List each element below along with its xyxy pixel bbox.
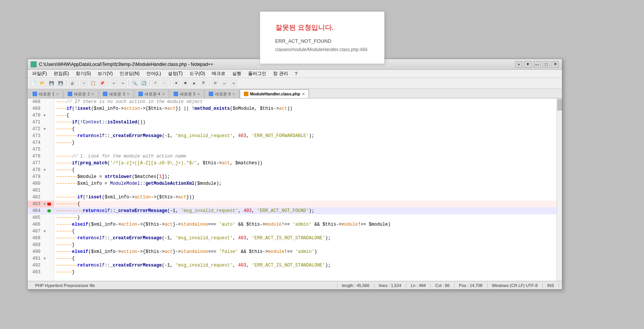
tab-modulehandler[interactable]: ModuleHandler.class.php ✕ [240, 89, 309, 98]
tab-modulehandler-icon [244, 92, 248, 96]
code-line-483: →→→→→→→→{ [54, 201, 557, 207]
code-line-487: →→→→→→{ [54, 228, 557, 235]
line-numbers: 468 469 470 ▼ 471 472 ▼ [28, 98, 54, 281]
editor-area: 468 469 470 ▼ 471 472 ▼ [28, 98, 562, 281]
tab-new3[interactable]: 새로운 3 ✕ [99, 89, 133, 98]
status-ln: Ln : 484 [406, 283, 431, 288]
code-content[interactable]: →→→→// If there is no such action in the… [54, 98, 557, 281]
tb-sep4 [129, 80, 129, 87]
tab-new3-icon [103, 92, 107, 96]
menu-file[interactable]: 파일(F) [29, 70, 50, 78]
code-line-476: →→→→→→// 1. Look for the module with act… [54, 153, 557, 160]
tb-find[interactable]: 🔍 [130, 79, 139, 87]
tab-new1-icon [33, 92, 37, 96]
code-line-491: →→→→→→{ [54, 255, 557, 262]
menu-plugins[interactable]: 플러그인 [245, 70, 269, 78]
status-pos: Pos : 14,708 [455, 283, 487, 288]
tb-open[interactable]: 📂 [38, 79, 47, 87]
tb-save[interactable]: 💾 [47, 79, 56, 87]
minimize-button[interactable]: — [533, 61, 541, 68]
close-button[interactable]: ✕ [551, 61, 559, 68]
status-bar: PHP Hypertext Preprocessor file length :… [28, 281, 562, 289]
tb-undo[interactable]: ↩ [110, 79, 118, 87]
error-location: classes/module/ModuleHandler.class.php:4… [275, 47, 369, 52]
menu-tools[interactable]: 도구(O) [186, 70, 208, 78]
tb-redo[interactable]: ↪ [119, 79, 127, 87]
code-line-473: →→→→→→→→return self::_createErrorMessage… [54, 133, 557, 139]
tab-new6-close[interactable]: ✕ [232, 92, 235, 96]
tab-new6-icon [209, 92, 213, 96]
tab-new5[interactable]: 새로운 5 ✕ [169, 89, 204, 98]
tb-sep1 [66, 80, 67, 87]
menu-run[interactable]: 실행 [229, 70, 244, 78]
code-line-485: →→→→→→→→} [54, 214, 557, 221]
tb-replace[interactable]: 🔄 [140, 79, 148, 87]
tb-cut[interactable]: ✂ [80, 79, 88, 87]
code-line-492: →→→→→→→→return self::_createErrorMessage… [54, 262, 557, 269]
menu-help[interactable]: ? [292, 70, 301, 77]
status-mode: INS [543, 283, 559, 288]
code-line-486: →→→→→→elseif ($xml_info->action->{$this-… [54, 221, 557, 228]
tb-new[interactable]: 📄 [29, 79, 37, 87]
error-code: ERR_ACT_NOT_FOUND [275, 38, 369, 44]
tab-new4-label: 새로운 4 [144, 91, 160, 97]
tb-macro-rec[interactable]: ● [172, 79, 180, 87]
tab-new3-close[interactable]: ✕ [127, 92, 130, 96]
tab-new2-close[interactable]: ✕ [91, 92, 94, 96]
add-tab-button[interactable]: + [515, 61, 523, 68]
tb-macro-save[interactable]: M [199, 79, 208, 87]
tb-saveall[interactable]: 💾 [56, 79, 65, 87]
tab-new5-close[interactable]: ✕ [197, 92, 200, 96]
tb-copy[interactable]: 📋 [89, 79, 97, 87]
code-line-470: →→→→{ [54, 112, 557, 119]
tb-wrap[interactable]: ↵ [220, 79, 228, 87]
code-line-480: →→→→→→→→$xml_info = ModuleModel::getModu… [54, 180, 557, 187]
notepad-window: C:\Users\WHW\AppData\Local\Temp\fz3temp-… [27, 59, 562, 290]
tb-macro-stop[interactable]: ■ [181, 79, 189, 87]
error-title: 잘못된 요청입니다. [275, 23, 369, 32]
tb-print[interactable]: 🖨 [68, 79, 76, 87]
menu-search[interactable]: 찾기(S) [73, 70, 94, 78]
tab-new6[interactable]: 새로운 6 ✕ [205, 89, 239, 98]
code-line-474: →→→→→→} [54, 139, 557, 146]
tab-new4[interactable]: 새로운 4 ✕ [134, 89, 169, 98]
menu-settings[interactable]: 설정(T) [165, 70, 186, 78]
tb-zoomin[interactable]: + [151, 79, 160, 87]
tab-new5-icon [174, 92, 178, 96]
code-line-493: →→→→→→} [54, 269, 557, 276]
menu-macro[interactable]: 매크로 [209, 70, 228, 78]
status-lines: lines : 1,524 [374, 283, 406, 288]
code-line-468: →→→→// If there is no such action in the… [54, 98, 557, 105]
tabs-bar: 새로운 1 ✕ 새로운 2 ✕ 새로운 3 ✕ 새로운 4 ✕ 새로운 5 ✕ … [28, 89, 562, 98]
code-line-477: →→→→→→if(preg_match('/^[a-z]+([A-Z][a-z0… [54, 160, 557, 167]
tb-paste[interactable]: 📌 [98, 79, 106, 87]
code-line-469: →→→→if(!isset($xml_info->action->{$this-… [54, 105, 557, 112]
code-line-484: →→→→→→→→→→return self::_createErrorMessa… [54, 207, 557, 214]
tab-new1-close[interactable]: ✕ [56, 92, 59, 96]
menu-bar: 파일(F) 편집(E) 찾기(S) 보기(V) 인코딩(N) 언어(L) 설정(… [28, 70, 562, 78]
menu-language[interactable]: 언어(L) [143, 70, 164, 78]
tab-new1[interactable]: 새로운 1 ✕ [28, 89, 63, 98]
tab-new3-label: 새로운 3 [109, 91, 125, 97]
tab-new4-close[interactable]: ✕ [162, 92, 165, 96]
tb-sync[interactable]: ⟳ [211, 79, 219, 87]
tab-new1-label: 새로운 1 [39, 91, 54, 97]
tab-modulehandler-close[interactable]: ✕ [302, 92, 305, 96]
menu-encoding[interactable]: 인코딩(N) [116, 70, 143, 78]
vertical-scrollbar[interactable] [557, 98, 562, 281]
menu-view[interactable]: 보기(V) [95, 70, 116, 78]
status-encoding: Windows (CR LF) UTF-8 [487, 283, 543, 288]
tb-zoomout[interactable]: - [160, 79, 169, 87]
status-filetype: PHP Hypertext Preprocessor file [31, 283, 337, 288]
menu-edit[interactable]: 편집(E) [51, 70, 72, 78]
menu-window[interactable]: 창 관리 [270, 70, 291, 78]
code-line-489: →→→→→→} [54, 242, 557, 248]
dropdown-button[interactable]: ▾ [524, 61, 532, 68]
tb-macro-play[interactable]: ▶ [190, 79, 199, 87]
maximize-button[interactable]: □ [542, 61, 550, 68]
tb-indent[interactable]: ⇥ [229, 79, 237, 87]
tb-sep7 [209, 80, 209, 87]
code-line-479: →→→→→→→→$module = strtolower($matches[1]… [54, 173, 557, 180]
code-line-478: →→→→→→{ [54, 167, 557, 173]
tab-new2[interactable]: 새로운 2 ✕ [64, 89, 98, 98]
